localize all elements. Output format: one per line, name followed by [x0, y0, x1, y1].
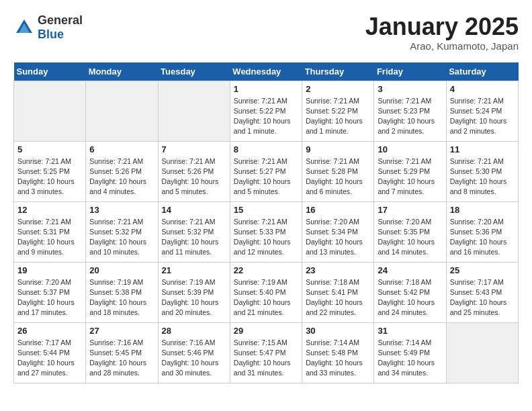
day-info: Sunrise: 7:21 AM Sunset: 5:30 PM Dayligh… — [450, 156, 515, 197]
calendar-cell: 1Sunrise: 7:21 AM Sunset: 5:22 PM Daylig… — [230, 81, 302, 141]
calendar-cell: 3Sunrise: 7:21 AM Sunset: 5:23 PM Daylig… — [374, 81, 446, 141]
day-info: Sunrise: 7:21 AM Sunset: 5:25 PM Dayligh… — [17, 156, 82, 197]
day-info: Sunrise: 7:21 AM Sunset: 5:27 PM Dayligh… — [234, 156, 298, 197]
day-number: 29 — [234, 326, 298, 336]
calendar-week-1: 1Sunrise: 7:21 AM Sunset: 5:22 PM Daylig… — [14, 81, 519, 141]
calendar-cell: 7Sunrise: 7:21 AM Sunset: 5:26 PM Daylig… — [158, 141, 230, 201]
day-info: Sunrise: 7:21 AM Sunset: 5:31 PM Dayligh… — [17, 217, 82, 258]
calendar-cell: 22Sunrise: 7:19 AM Sunset: 5:40 PM Dayli… — [230, 262, 302, 322]
day-info: Sunrise: 7:21 AM Sunset: 5:32 PM Dayligh… — [89, 217, 154, 258]
day-info: Sunrise: 7:17 AM Sunset: 5:44 PM Dayligh… — [17, 338, 82, 379]
page-header: General Blue January 2025 Arao, Kumamoto… — [13, 13, 519, 52]
day-number: 13 — [89, 205, 154, 215]
weekday-header-wednesday: Wednesday — [230, 62, 302, 81]
title-block: January 2025 Arao, Kumamoto, Japan — [365, 13, 519, 52]
calendar-week-2: 5Sunrise: 7:21 AM Sunset: 5:25 PM Daylig… — [14, 141, 519, 201]
logo-icon — [13, 17, 35, 38]
day-number: 28 — [162, 326, 226, 336]
day-info: Sunrise: 7:14 AM Sunset: 5:48 PM Dayligh… — [306, 338, 370, 379]
day-number: 3 — [378, 84, 442, 94]
day-info: Sunrise: 7:15 AM Sunset: 5:47 PM Dayligh… — [234, 338, 298, 379]
day-number: 10 — [378, 144, 442, 154]
calendar-cell: 19Sunrise: 7:20 AM Sunset: 5:37 PM Dayli… — [14, 262, 86, 322]
day-info: Sunrise: 7:20 AM Sunset: 5:36 PM Dayligh… — [450, 217, 515, 258]
calendar-cell: 2Sunrise: 7:21 AM Sunset: 5:22 PM Daylig… — [302, 81, 374, 141]
calendar-cell: 18Sunrise: 7:20 AM Sunset: 5:36 PM Dayli… — [446, 201, 518, 262]
day-info: Sunrise: 7:18 AM Sunset: 5:42 PM Dayligh… — [378, 277, 442, 318]
day-number: 7 — [162, 144, 226, 154]
calendar-week-5: 26Sunrise: 7:17 AM Sunset: 5:44 PM Dayli… — [14, 322, 519, 383]
calendar-cell: 14Sunrise: 7:21 AM Sunset: 5:32 PM Dayli… — [158, 201, 230, 262]
calendar-cell: 6Sunrise: 7:21 AM Sunset: 5:26 PM Daylig… — [86, 141, 158, 201]
calendar-cell: 27Sunrise: 7:16 AM Sunset: 5:45 PM Dayli… — [86, 322, 158, 383]
day-info: Sunrise: 7:16 AM Sunset: 5:46 PM Dayligh… — [162, 338, 226, 379]
day-number: 6 — [89, 144, 154, 154]
day-info: Sunrise: 7:20 AM Sunset: 5:35 PM Dayligh… — [378, 217, 442, 258]
day-info: Sunrise: 7:21 AM Sunset: 5:26 PM Dayligh… — [89, 156, 154, 197]
calendar-cell: 21Sunrise: 7:19 AM Sunset: 5:39 PM Dayli… — [158, 262, 230, 322]
day-info: Sunrise: 7:20 AM Sunset: 5:37 PM Dayligh… — [17, 277, 82, 318]
calendar-cell: 28Sunrise: 7:16 AM Sunset: 5:46 PM Dayli… — [158, 322, 230, 383]
calendar-cell: 16Sunrise: 7:20 AM Sunset: 5:34 PM Dayli… — [302, 201, 374, 262]
weekday-header-tuesday: Tuesday — [158, 62, 230, 81]
calendar-cell: 17Sunrise: 7:20 AM Sunset: 5:35 PM Dayli… — [374, 201, 446, 262]
calendar-table: SundayMondayTuesdayWednesdayThursdayFrid… — [13, 62, 519, 383]
month-title: January 2025 — [365, 13, 519, 40]
day-number: 1 — [234, 84, 298, 94]
calendar-cell: 10Sunrise: 7:21 AM Sunset: 5:29 PM Dayli… — [374, 141, 446, 201]
day-number: 14 — [162, 205, 226, 215]
day-number: 8 — [234, 144, 298, 154]
calendar-cell: 24Sunrise: 7:18 AM Sunset: 5:42 PM Dayli… — [374, 262, 446, 322]
day-info: Sunrise: 7:21 AM Sunset: 5:22 PM Dayligh… — [306, 96, 370, 137]
day-number: 16 — [306, 205, 370, 215]
weekday-header-monday: Monday — [86, 62, 158, 81]
calendar-cell: 26Sunrise: 7:17 AM Sunset: 5:44 PM Dayli… — [14, 322, 86, 383]
day-info: Sunrise: 7:21 AM Sunset: 5:23 PM Dayligh… — [378, 96, 442, 137]
calendar-cell: 15Sunrise: 7:21 AM Sunset: 5:33 PM Dayli… — [230, 201, 302, 262]
weekday-header-thursday: Thursday — [302, 62, 374, 81]
day-number: 18 — [450, 205, 515, 215]
weekday-header-friday: Friday — [374, 62, 446, 81]
day-number: 19 — [17, 265, 82, 275]
calendar-cell: 5Sunrise: 7:21 AM Sunset: 5:25 PM Daylig… — [14, 141, 86, 201]
day-info: Sunrise: 7:21 AM Sunset: 5:28 PM Dayligh… — [306, 156, 370, 197]
day-number: 27 — [89, 326, 154, 336]
day-number: 11 — [450, 144, 515, 154]
day-info: Sunrise: 7:21 AM Sunset: 5:33 PM Dayligh… — [234, 217, 298, 258]
day-info: Sunrise: 7:21 AM Sunset: 5:26 PM Dayligh… — [162, 156, 226, 197]
calendar-cell: 8Sunrise: 7:21 AM Sunset: 5:27 PM Daylig… — [230, 141, 302, 201]
calendar-cell: 9Sunrise: 7:21 AM Sunset: 5:28 PM Daylig… — [302, 141, 374, 201]
day-info: Sunrise: 7:14 AM Sunset: 5:49 PM Dayligh… — [378, 338, 442, 379]
day-number: 4 — [450, 84, 515, 94]
calendar-cell: 4Sunrise: 7:21 AM Sunset: 5:24 PM Daylig… — [446, 81, 518, 141]
logo: General Blue — [13, 13, 83, 42]
calendar-cell: 13Sunrise: 7:21 AM Sunset: 5:32 PM Dayli… — [86, 201, 158, 262]
day-number: 24 — [378, 265, 442, 275]
calendar-cell: 30Sunrise: 7:14 AM Sunset: 5:48 PM Dayli… — [302, 322, 374, 383]
calendar-cell — [446, 322, 518, 383]
day-number: 2 — [306, 84, 370, 94]
day-info: Sunrise: 7:18 AM Sunset: 5:41 PM Dayligh… — [306, 277, 370, 318]
day-number: 26 — [17, 326, 82, 336]
day-info: Sunrise: 7:21 AM Sunset: 5:24 PM Dayligh… — [450, 96, 515, 137]
day-number: 12 — [17, 205, 82, 215]
day-number: 30 — [306, 326, 370, 336]
day-number: 9 — [306, 144, 370, 154]
calendar-cell — [14, 81, 86, 141]
day-info: Sunrise: 7:16 AM Sunset: 5:45 PM Dayligh… — [89, 338, 154, 379]
weekday-header-saturday: Saturday — [446, 62, 518, 81]
day-number: 31 — [378, 326, 442, 336]
calendar-week-3: 12Sunrise: 7:21 AM Sunset: 5:31 PM Dayli… — [14, 201, 519, 262]
day-info: Sunrise: 7:21 AM Sunset: 5:22 PM Dayligh… — [234, 96, 298, 137]
calendar-cell: 11Sunrise: 7:21 AM Sunset: 5:30 PM Dayli… — [446, 141, 518, 201]
day-number: 17 — [378, 205, 442, 215]
weekday-header-row: SundayMondayTuesdayWednesdayThursdayFrid… — [14, 62, 519, 81]
calendar-cell — [86, 81, 158, 141]
calendar-week-4: 19Sunrise: 7:20 AM Sunset: 5:37 PM Dayli… — [14, 262, 519, 322]
day-number: 15 — [234, 205, 298, 215]
day-info: Sunrise: 7:19 AM Sunset: 5:40 PM Dayligh… — [234, 277, 298, 318]
day-number: 22 — [234, 265, 298, 275]
day-info: Sunrise: 7:20 AM Sunset: 5:34 PM Dayligh… — [306, 217, 370, 258]
day-info: Sunrise: 7:21 AM Sunset: 5:29 PM Dayligh… — [378, 156, 442, 197]
day-number: 5 — [17, 144, 82, 154]
